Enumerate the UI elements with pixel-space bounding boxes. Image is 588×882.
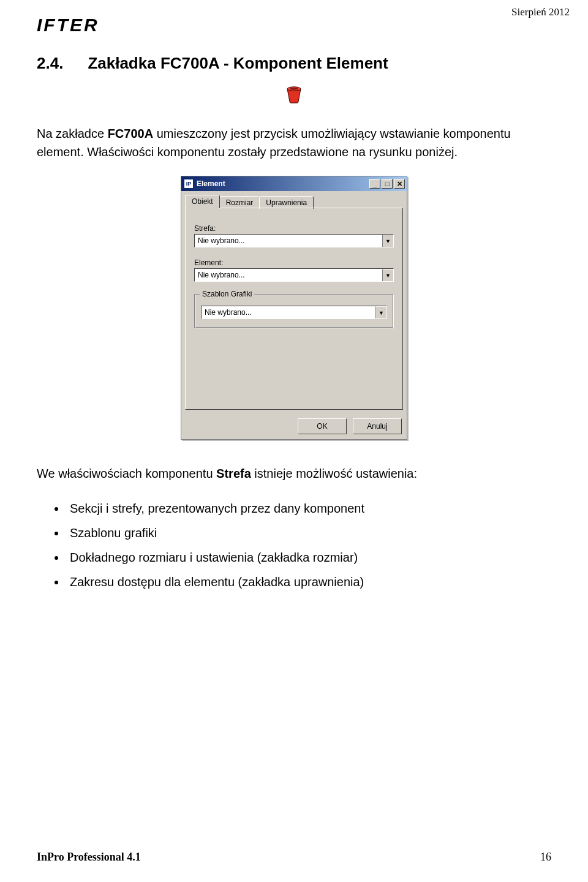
properties-list: Sekcji i strefy, prezentowanych przez da… — [37, 497, 551, 593]
section-title: Zakładka FC700A - Komponent Element — [88, 54, 388, 72]
intro-text-1b: FC700A — [108, 127, 153, 140]
tab-rozmiar[interactable]: Rozmiar — [219, 196, 260, 209]
title-left: IP Element — [184, 179, 225, 189]
strefa-label: Strefa: — [194, 224, 394, 233]
list-item: Zakresu dostępu dla elementu (zakładka u… — [66, 571, 551, 593]
intro-paragraph: Na zakładce FC700A umieszczony jest przy… — [37, 124, 551, 161]
tabs: Obiekt Rozmiar Uprawnienia — [181, 191, 407, 208]
footer-page-number: 16 — [540, 851, 551, 864]
chevron-down-icon[interactable]: ▼ — [382, 269, 393, 281]
szablon-combo[interactable]: Nie wybrano... ▼ — [201, 306, 387, 319]
szablon-legend: Szablon Grafiki — [200, 290, 254, 298]
app-icon: IP — [184, 179, 194, 189]
component-icon-row — [37, 85, 551, 106]
element-value: Nie wybrano... — [195, 269, 382, 281]
dialog-title: Element — [197, 179, 225, 188]
svg-point-1 — [290, 88, 298, 90]
szablon-groupbox: Szablon Grafiki Nie wybrano... ▼ — [194, 294, 394, 328]
minimize-button[interactable]: _ — [369, 179, 380, 189]
brand-logo: IFTER — [37, 15, 551, 36]
after-c: istnieje możliwość ustawienia: — [251, 467, 417, 480]
ok-button[interactable]: OK — [298, 418, 347, 434]
page: IFTER Sierpień 2012 2.4.Zakładka FC700A … — [0, 0, 588, 882]
after-paragraph: We właściwościach komponentu Strefa istn… — [37, 464, 551, 483]
section-heading: 2.4.Zakładka FC700A - Komponent Element — [37, 54, 551, 73]
chevron-down-icon[interactable]: ▼ — [382, 235, 393, 247]
list-item: Dokładnego rozmiaru i ustawienia (zakład… — [66, 546, 551, 568]
list-item: Sekcji i strefy, prezentowanych przez da… — [66, 497, 551, 519]
close-button[interactable]: ✕ — [394, 179, 405, 189]
section-number: 2.4. — [37, 54, 63, 73]
page-footer: InPro Professional 4.1 16 — [37, 851, 551, 864]
after-b: Strefa — [216, 467, 251, 480]
strefa-value: Nie wybrano... — [195, 235, 382, 247]
element-combo[interactable]: Nie wybrano... ▼ — [194, 268, 394, 282]
tab-panel: Strefa: Nie wybrano... ▼ Element: Nie wy… — [185, 208, 403, 410]
tab-uprawnienia[interactable]: Uprawnienia — [259, 196, 314, 209]
maximize-button[interactable]: □ — [382, 179, 393, 189]
header-date: Sierpień 2012 — [511, 6, 570, 18]
cancel-button[interactable]: Anuluj — [353, 418, 402, 434]
window-buttons: _ □ ✕ — [369, 179, 405, 189]
dialog-figure: IP Element _ □ ✕ Obiekt Rozmiar Uprawnie… — [37, 176, 551, 440]
dialog-titlebar[interactable]: IP Element _ □ ✕ — [181, 176, 407, 191]
strefa-combo[interactable]: Nie wybrano... ▼ — [194, 234, 394, 247]
after-a: We właściwościach komponentu — [37, 467, 216, 480]
footer-product: InPro Professional 4.1 — [37, 851, 141, 864]
tab-obiekt[interactable]: Obiekt — [185, 195, 220, 208]
chevron-down-icon[interactable]: ▼ — [375, 306, 386, 318]
bucket-icon — [286, 85, 302, 106]
element-dialog: IP Element _ □ ✕ Obiekt Rozmiar Uprawnie… — [181, 176, 407, 440]
szablon-value: Nie wybrano... — [202, 306, 375, 318]
dialog-button-row: OK Anuluj — [181, 413, 407, 439]
element-label: Element: — [194, 258, 394, 267]
intro-text-1a: Na zakładce — [37, 127, 108, 140]
list-item: Szablonu grafiki — [66, 522, 551, 544]
